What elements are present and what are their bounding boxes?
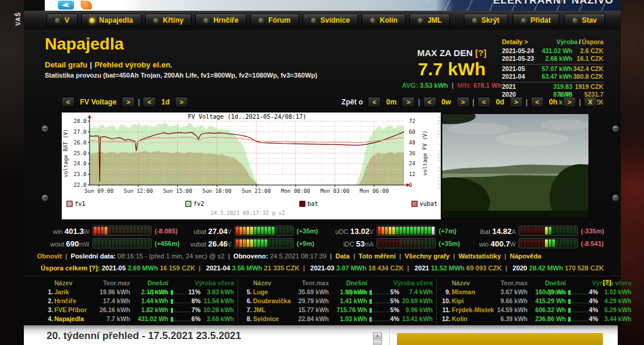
plant-row: 2.Hrnčíře17.4 kWh1.44 kWh8%11.54 kWh — [44, 297, 234, 306]
led-segment — [392, 227, 395, 235]
top-banner: ELEKTRÁRNY NAŽIVO — [45, 0, 621, 11]
plant-name-link[interactable]: Mixman — [452, 288, 494, 297]
max-help-link[interactable]: [?] — [475, 48, 486, 58]
status-link-všechny-grafy[interactable]: Všechny grafy — [405, 252, 449, 260]
nav-tab-křtiny[interactable]: Křtiny — [145, 14, 192, 27]
plant-name-link[interactable]: Hrnčíře — [54, 297, 96, 306]
plant-percent: 4% — [589, 315, 598, 324]
nav-tab-hrnčíře[interactable]: Hrnčíře — [195, 14, 246, 27]
gauge-column: ubat 27.04V(+35m)vubat 26.46V(+9m) — [180, 224, 322, 249]
back-0w-prev-button[interactable]: < — [423, 97, 436, 107]
led-segment — [520, 239, 523, 247]
webcam-image[interactable] — [442, 113, 589, 219]
led-segment — [389, 227, 392, 235]
savings-separator: | — [195, 264, 204, 272]
gauge-delta: (-8.085) — [155, 227, 178, 235]
back-0h-next-button[interactable]: > — [563, 97, 576, 107]
progress-leader — [372, 317, 389, 321]
led-segment — [246, 239, 249, 247]
nav-tab-svídnice[interactable]: Svídnice — [303, 14, 358, 27]
svg-text:60: 60 — [409, 129, 415, 135]
range-label[interactable]: 1d — [159, 98, 172, 106]
gauge-unit: A — [511, 229, 516, 235]
nav-tab-napajedla[interactable]: Napajedla — [81, 14, 141, 27]
plant-name-link[interactable]: Jarík — [54, 288, 96, 297]
svg-text:27.0: 27.0 — [73, 129, 87, 135]
nav-tab-fórum[interactable]: Fórum — [250, 14, 298, 27]
plant-name-link[interactable]: Napajedla — [54, 315, 96, 324]
led-segment — [282, 239, 285, 247]
range-next-button[interactable]: > — [175, 97, 188, 107]
plant-teormax: 19.96 kWh — [97, 288, 130, 297]
led-segment — [410, 239, 413, 247]
back-0h-prev-button[interactable]: < — [531, 97, 544, 107]
gauge-vubat: vubat 26.46V(+9m) — [180, 237, 322, 249]
nav-tab-v[interactable]: V — [47, 14, 78, 27]
gauge-delta: (-8.541) — [581, 240, 604, 247]
prehled-vyroby-link[interactable]: Přehled výroby el.en. — [94, 60, 172, 69]
content-frame: ELEKTRÁRNY NAŽIVO VAŠ VNapajedlaKřtinyHr… — [24, 0, 621, 345]
vyroba-header: Výroba — [556, 38, 578, 45]
back-0m-next-button[interactable]: > — [402, 97, 415, 107]
obnovit-link[interactable]: Obnovit — [37, 252, 62, 260]
plant-name-link[interactable]: FVE Příbor — [54, 306, 96, 315]
savings-energy: 3.07 MWh — [336, 264, 368, 272]
metric-next-button[interactable]: > — [122, 97, 135, 107]
svg-text:vubat: vubat — [420, 201, 437, 207]
plant-name-link[interactable]: Frýdek-Místek — [452, 306, 494, 315]
led-segment — [534, 239, 537, 247]
plant-name-link[interactable]: Luge — [253, 288, 295, 297]
status-link-toto-měření[interactable]: Toto měření — [359, 252, 396, 260]
led-segment — [275, 227, 278, 235]
nav-action-přidat[interactable]: Přidat — [513, 14, 559, 27]
status-link-wattstatistiky[interactable]: Wattstatistiky — [458, 252, 501, 260]
led-segment — [534, 227, 537, 235]
detail-row: 2021-0463.47 kWh380.8 CZK — [502, 73, 603, 81]
led-segment — [147, 239, 150, 247]
metric-prev-button[interactable]: < — [61, 97, 75, 107]
plant-name-link[interactable]: Kipi — [452, 297, 494, 306]
savings-help-link[interactable]: [?]: — [90, 264, 100, 272]
plant-name-link[interactable]: Doubravička — [253, 297, 295, 306]
nav-action-stav[interactable]: Stav — [564, 14, 605, 27]
metric-label[interactable]: FV Voltage — [78, 98, 119, 106]
led-segment — [279, 239, 282, 247]
status-separator: | — [501, 252, 510, 260]
progress-tick — [369, 317, 372, 322]
back-0d-prev-button[interactable]: < — [477, 97, 491, 107]
back-0m-prev-button[interactable]: < — [368, 97, 381, 107]
nav-tab-jml[interactable]: JML — [409, 14, 450, 27]
nav-action-skrýt[interactable]: Skrýt — [464, 14, 508, 27]
plant-number: 12. — [442, 315, 451, 324]
plant-name-link[interactable]: Kolín — [452, 315, 494, 324]
savings-money: 18 434 CZK — [368, 264, 403, 272]
twitter-logo-icon[interactable] — [58, 1, 74, 10]
close-graph-button[interactable]: X — [584, 97, 597, 107]
nav-actions: SkrýtPřidatStav — [464, 14, 605, 27]
back-0d-next-button[interactable]: > — [510, 97, 523, 107]
led-segment — [254, 227, 257, 235]
status-link-nápověda[interactable]: Nápověda — [510, 252, 541, 260]
nav-tab-kolín[interactable]: Kolín — [362, 14, 406, 27]
plant-name-link[interactable]: JML — [253, 306, 295, 315]
detaily-link[interactable]: Detaily > — [502, 38, 528, 45]
detail-energy: 431.02 Wh — [539, 47, 572, 55]
status-link-data[interactable]: Data — [335, 252, 350, 260]
gold-banner-button[interactable] — [397, 333, 603, 345]
spinner-up-icon[interactable]: ▲ — [373, 332, 382, 339]
fv-voltage-chart[interactable]: 22.023.024.025.026.027.028.0012243648607… — [61, 112, 441, 220]
back-0w-next-button[interactable]: > — [457, 97, 470, 107]
detail-grafu-link[interactable]: Detail grafu — [45, 60, 88, 69]
plants-help-link[interactable]: [?] — [603, 279, 611, 286]
rss-logo-icon[interactable] — [81, 1, 92, 10]
min-label: MIN: — [457, 82, 472, 89]
plant-name-link[interactable]: Svídnice — [253, 315, 295, 324]
progress-leader — [174, 317, 190, 321]
scroll-spinner[interactable]: ▲ — [373, 332, 381, 345]
gauge-wio: wio 400.7W(-8.541) — [464, 237, 606, 249]
savings-period: 2021-03 — [309, 264, 336, 272]
plant-teormax: 35.69 kWh — [296, 288, 329, 297]
range-prev-button[interactable]: < — [143, 97, 156, 107]
spinner-handle[interactable] — [373, 340, 382, 345]
led-segment — [122, 239, 125, 247]
